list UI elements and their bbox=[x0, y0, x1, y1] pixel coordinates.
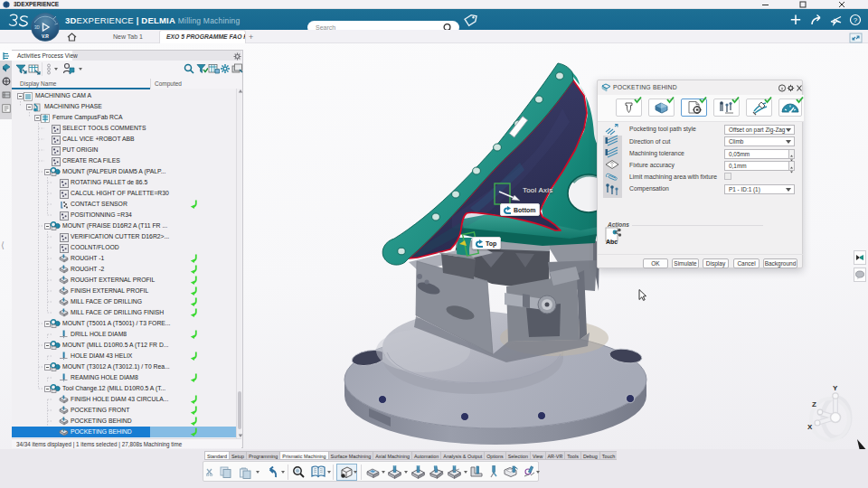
svg-text:Y: Y bbox=[833, 384, 838, 392]
svg-text:X: X bbox=[807, 423, 813, 431]
svg-text:Z: Z bbox=[812, 400, 816, 408]
svg-text:Abc: Abc bbox=[606, 239, 618, 245]
svg-text:V.R: V.R bbox=[42, 33, 49, 39]
svg-text:3D: 3D bbox=[34, 25, 41, 30]
svg-text:?: ? bbox=[854, 16, 858, 24]
